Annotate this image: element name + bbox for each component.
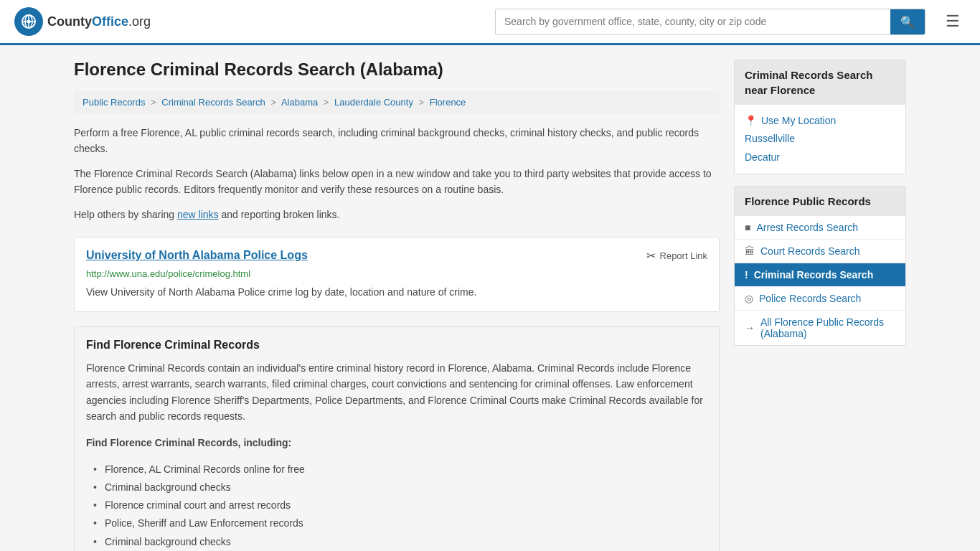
- breadcrumb-public-records[interactable]: Public Records: [83, 97, 145, 108]
- description-1: Perform a free Florence, AL public crimi…: [74, 125, 720, 157]
- description-3: Help others by sharing new links and rep…: [74, 207, 720, 222]
- list-item: Criminal background checks: [93, 533, 707, 551]
- logo-text: CountyOffice.org: [47, 14, 151, 29]
- sidebar-item-criminal-records[interactable]: ! Criminal Records Search: [735, 263, 905, 287]
- find-including-title: Find Florence Criminal Records, includin…: [86, 435, 707, 451]
- report-link-button[interactable]: ✂ Report Link: [646, 249, 707, 263]
- location-pin-icon: 📍: [745, 115, 757, 126]
- record-title-link[interactable]: University of North Alabama Police Logs: [86, 249, 308, 262]
- sidebar-item-police-records[interactable]: ◎ Police Records Search: [735, 287, 905, 311]
- page-title: Florence Criminal Records Search (Alabam…: [74, 60, 720, 80]
- breadcrumb-alabama[interactable]: Alabama: [281, 97, 318, 108]
- police-records-icon: ◎: [745, 293, 753, 304]
- breadcrumb-criminal-records-search[interactable]: Criminal Records Search: [161, 97, 265, 108]
- hamburger-menu-icon[interactable]: ☰: [940, 9, 966, 34]
- criminal-records-icon: !: [745, 269, 748, 281]
- nearby-link-decatur[interactable]: Decatur: [745, 148, 895, 166]
- find-list: Florence, AL Criminal Records online for…: [86, 461, 707, 551]
- find-section: Find Florence Criminal Records Florence …: [74, 326, 720, 551]
- search-input[interactable]: [496, 9, 890, 34]
- use-my-location-item[interactable]: 📍 Use My Location: [745, 112, 895, 129]
- sidebar-item-court-records[interactable]: 🏛 Court Records Search: [735, 240, 905, 263]
- find-section-body: Florence Criminal Records contain an ind…: [86, 360, 707, 425]
- sidebar-item-arrest-records[interactable]: ■ Arrest Records Search: [735, 216, 905, 240]
- court-records-icon: 🏛: [745, 245, 755, 257]
- arrest-records-link[interactable]: Arrest Records Search: [756, 222, 858, 233]
- sidebar: Criminal Records Searchnear Florence 📍 U…: [734, 60, 906, 551]
- public-records-section: Florence Public Records ■ Arrest Records…: [734, 186, 906, 346]
- record-description: View University of North Alabama Police …: [86, 285, 707, 300]
- court-records-link[interactable]: Court Records Search: [760, 245, 860, 257]
- breadcrumb-florence[interactable]: Florence: [430, 97, 466, 108]
- new-links-link[interactable]: new links: [177, 209, 219, 220]
- all-records-icon: →: [745, 322, 755, 334]
- description-2: The Florence Criminal Records Search (Al…: [74, 166, 720, 198]
- breadcrumb-lauderdale-county[interactable]: Lauderdale County: [334, 97, 413, 108]
- nearby-link-russellville[interactable]: Russellville: [745, 129, 895, 148]
- nearby-section: Criminal Records Searchnear Florence 📍 U…: [734, 60, 906, 174]
- all-records-link[interactable]: All Florence Public Records (Alabama): [760, 316, 895, 339]
- police-records-link[interactable]: Police Records Search: [759, 293, 861, 304]
- svg-point-5: [27, 20, 31, 24]
- logo-icon: [14, 7, 43, 36]
- find-section-title: Find Florence Criminal Records: [86, 339, 707, 352]
- arrest-records-icon: ■: [745, 222, 750, 233]
- main-content: Florence Criminal Records Search (Alabam…: [74, 60, 720, 551]
- public-records-section-title: Florence Public Records: [735, 187, 905, 216]
- sidebar-item-all-records[interactable]: → All Florence Public Records (Alabama): [735, 311, 905, 345]
- site-logo[interactable]: CountyOffice.org: [14, 7, 151, 36]
- criminal-records-link[interactable]: Criminal Records Search: [754, 269, 874, 281]
- breadcrumb: Public Records > Criminal Records Search…: [74, 91, 720, 113]
- nearby-section-title: Criminal Records Searchnear Florence: [735, 60, 905, 105]
- nearby-links: Russellville Decatur: [745, 129, 895, 166]
- list-item: Florence criminal court and arrest recor…: [93, 496, 707, 514]
- record-url[interactable]: http://www.una.edu/police/crimelog.html: [86, 268, 707, 279]
- use-my-location-link[interactable]: Use My Location: [761, 115, 836, 126]
- report-link-icon: ✂: [646, 249, 656, 263]
- list-item: Florence, AL Criminal Records online for…: [93, 461, 707, 479]
- record-card: University of North Alabama Police Logs …: [74, 237, 720, 312]
- list-item: Police, Sheriff and Law Enforcement reco…: [93, 514, 707, 532]
- list-item: Criminal background checks: [93, 479, 707, 496]
- search-bar: 🔍: [495, 9, 925, 35]
- search-button[interactable]: 🔍: [890, 9, 925, 34]
